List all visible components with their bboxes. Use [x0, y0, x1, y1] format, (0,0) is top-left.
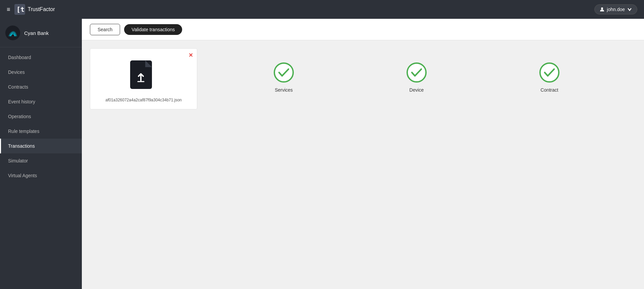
- sidebar-item-dashboard[interactable]: Dashboard: [0, 50, 82, 65]
- file-upload-icon: [128, 59, 159, 94]
- sidebar-item-virtual-agents[interactable]: Virtual Agents: [0, 168, 82, 183]
- sidebar-item-devices[interactable]: Devices: [0, 65, 82, 80]
- sidebar-item-rule-templates[interactable]: Rule templates: [0, 124, 82, 139]
- user-menu[interactable]: john.doe: [594, 4, 637, 14]
- sidebar-item-operations[interactable]: Operations: [0, 109, 82, 124]
- svg-point-2: [601, 7, 603, 9]
- content-area: Search Validate transactions ✕: [82, 19, 644, 289]
- svg-text:[t: [t: [16, 5, 24, 13]
- user-icon: [599, 7, 605, 12]
- sidebar: Cyan Bank Dashboard Devices Contracts Ev…: [0, 19, 82, 289]
- org-header: Cyan Bank: [0, 19, 82, 47]
- sidebar-item-contracts[interactable]: Contracts: [0, 80, 82, 94]
- validate-transactions-button[interactable]: Validate transactions: [124, 24, 182, 35]
- validation-results: Services Device Contract: [197, 48, 636, 281]
- close-file-button[interactable]: ✕: [189, 52, 193, 58]
- services-label: Services: [275, 87, 293, 93]
- contract-check-icon: [539, 62, 560, 83]
- sidebar-item-transactions[interactable]: Transactions: [0, 139, 82, 153]
- search-button[interactable]: Search: [90, 24, 120, 35]
- nav-items: Dashboard Devices Contracts Event histor…: [0, 50, 82, 183]
- chevron-down-icon: [627, 7, 632, 12]
- org-logo-icon: [5, 26, 20, 40]
- validation-item-services: Services: [273, 62, 294, 93]
- file-name: af01a326072a4a2caf87f9a304c34b71.json: [105, 98, 182, 102]
- org-name: Cyan Bank: [24, 30, 49, 36]
- main-layout: Cyan Bank Dashboard Devices Contracts Ev…: [0, 19, 644, 289]
- validation-item-contract: Contract: [539, 62, 560, 93]
- sidebar-item-simulator[interactable]: Simulator: [0, 153, 82, 168]
- sidebar-item-event-history[interactable]: Event history: [0, 94, 82, 109]
- logo-wrapper: [t TrustFactor: [14, 4, 55, 15]
- contract-label: Contract: [541, 87, 558, 93]
- user-label: john.doe: [607, 7, 625, 12]
- svg-point-7: [540, 63, 559, 82]
- device-label: Device: [410, 87, 424, 93]
- validation-item-device: Device: [406, 62, 427, 93]
- app-title: TrustFactor: [28, 6, 55, 12]
- file-card: ✕ af01a326072a4a2caf87f9a304c34b71.json: [90, 48, 197, 109]
- svg-point-6: [407, 63, 426, 82]
- device-check-icon: [406, 62, 427, 83]
- svg-point-5: [274, 63, 293, 82]
- topbar: ≡ [t TrustFactor john.doe: [0, 0, 644, 19]
- trustfactor-logo-icon: [t: [14, 4, 25, 15]
- hamburger-icon[interactable]: ≡: [7, 6, 10, 13]
- validation-panel: ✕ af01a326072a4a2caf87f9a304c34b71.json: [82, 40, 644, 289]
- toolbar: Search Validate transactions: [82, 19, 644, 40]
- topbar-left: ≡ [t TrustFactor: [7, 4, 55, 15]
- services-check-icon: [273, 62, 294, 83]
